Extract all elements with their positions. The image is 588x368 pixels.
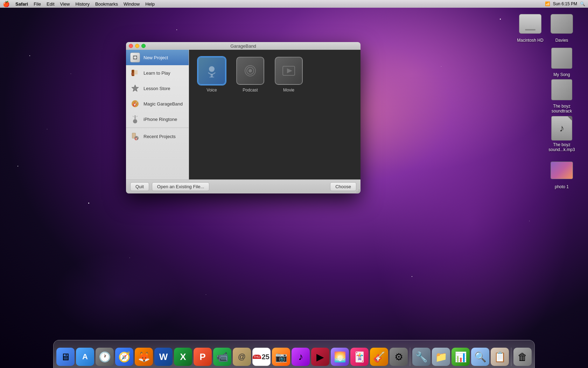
dock-garageband[interactable]: 🎸	[370, 348, 388, 366]
choose-button[interactable]: Choose	[330, 182, 356, 191]
syspref-icon: 🔧	[412, 348, 430, 366]
trash-icon: 🗑	[513, 348, 532, 366]
svg-marker-10	[132, 85, 139, 91]
svg-marker-28	[287, 68, 292, 73]
window-titlebar: GarageBand	[126, 42, 360, 50]
dock-apps[interactable]: 📁	[432, 348, 450, 366]
excel-icon: X	[174, 348, 192, 366]
movie-thumbnail	[275, 57, 303, 85]
sidebar-item-new-project[interactable]: New Project	[126, 50, 189, 65]
project-item-movie[interactable]: Movie	[273, 57, 304, 93]
window-title: GarageBand	[230, 43, 256, 49]
menubar-wifi-icon: 📶	[545, 1, 550, 6]
svg-rect-14	[134, 115, 136, 120]
project-item-voice[interactable]: Voice	[196, 57, 227, 93]
svg-text:🎸: 🎸	[132, 101, 139, 107]
boyz-soundtrack-icon-image	[549, 77, 574, 102]
sidebar-lesson-label: Lesson Store	[144, 86, 170, 91]
svg-point-13	[133, 119, 137, 123]
sidebar-separator	[126, 128, 189, 128]
window-bottom-bar: Quit Open an Existing File... Choose	[126, 179, 360, 193]
dock-syspref[interactable]: 🔧	[412, 348, 430, 366]
hd-icon-image	[518, 11, 543, 36]
dock-misc[interactable]: 📋	[491, 348, 509, 366]
desktop-icon-davies[interactable]: Davies	[546, 11, 578, 43]
desktop-icon-boyz-soundtrack[interactable]: The boyzsoundtrack	[546, 77, 578, 114]
podcast-label: Podcast	[243, 88, 258, 93]
sidebar-item-learn-to-play[interactable]: Learn to Play	[126, 65, 189, 81]
magic-garageband-icon: 🎸	[130, 99, 140, 109]
dock-iphoto2[interactable]: 🌅	[331, 348, 349, 366]
voice-label: Voice	[206, 88, 217, 93]
my-song-icon-image	[549, 46, 574, 71]
project-item-podcast[interactable]: Podcast	[234, 57, 266, 93]
voice-thumbnail	[198, 57, 226, 85]
menu-app[interactable]: Safari	[15, 1, 28, 7]
dock-actmon[interactable]: 📊	[451, 348, 470, 366]
close-button[interactable]	[129, 44, 133, 48]
dock-pages[interactable]: P	[194, 348, 212, 366]
window-resize-handle[interactable]	[356, 189, 360, 193]
dock-safari[interactable]: 🧭	[115, 348, 133, 366]
minimize-button[interactable]	[135, 44, 139, 48]
apple-menu[interactable]: 🍎	[3, 1, 10, 7]
calendar-icon: THU 25	[252, 348, 271, 366]
svg-rect-23	[209, 77, 214, 77]
photo-1-icon-image	[549, 158, 574, 183]
menu-history[interactable]: History	[75, 1, 89, 7]
finder-icon: 🖥	[56, 348, 75, 366]
menu-view[interactable]: View	[60, 1, 70, 7]
dock-facetime[interactable]: 📹	[213, 348, 231, 366]
desktop-icon-my-song[interactable]: My Song	[546, 46, 578, 77]
desktop-icon-photo-1[interactable]: photo 1	[546, 158, 578, 189]
dock-sysutil[interactable]: ⚙	[390, 348, 408, 366]
svg-text:🎸: 🎸	[134, 136, 139, 141]
dock-separator-2	[511, 348, 511, 366]
boyz-mp3-icon-image: ♪	[549, 116, 574, 141]
sidebar-item-recent-projects[interactable]: 🎸 Recent Projects	[126, 129, 189, 144]
sidebar-item-lesson-store[interactable]: Lesson Store	[126, 81, 189, 96]
recent-projects-icon: 🎸	[130, 131, 140, 141]
dock-contacts[interactable]: @	[233, 348, 251, 366]
dock-itunes[interactable]: ♪	[292, 348, 310, 366]
menubar-time: Sun 6:15 PM	[553, 1, 577, 6]
desktop-icon-macintosh-hd[interactable]: Macintosh HD	[514, 11, 546, 43]
dock-finder[interactable]: 🖥	[56, 348, 75, 366]
menu-help[interactable]: Help	[145, 1, 155, 7]
quit-button[interactable]: Quit	[130, 182, 149, 191]
dock-word[interactable]: W	[154, 348, 173, 366]
dock-finder2[interactable]: 🔍	[471, 348, 489, 366]
sidebar-new-project-label: New Project	[144, 55, 168, 60]
menu-file[interactable]: File	[34, 1, 41, 7]
maximize-button[interactable]	[141, 44, 146, 48]
dock-cards[interactable]: 🃏	[350, 348, 369, 366]
dock-appstore[interactable]: A	[76, 348, 94, 366]
window-body: New Project	[126, 50, 360, 179]
safari-icon: 🧭	[115, 348, 133, 366]
svg-line-15	[133, 116, 134, 117]
finder2-icon: 🔍	[471, 348, 489, 366]
movie-label: Movie	[283, 88, 294, 93]
menu-window[interactable]: Window	[124, 1, 140, 7]
cards-icon: 🃏	[350, 348, 369, 366]
dock-calendar[interactable]: THU 25	[252, 348, 271, 366]
dock-separator	[410, 348, 410, 366]
dock-dvd[interactable]: ▶	[311, 348, 329, 366]
menu-edit[interactable]: Edit	[47, 1, 54, 7]
menubar-search-icon[interactable]: 🔍	[580, 1, 585, 6]
dock-excel[interactable]: X	[174, 348, 192, 366]
menu-bookmarks[interactable]: Bookmarks	[95, 1, 118, 7]
sidebar-item-magic-garageband[interactable]: 🎸 Magic GarageBand	[126, 96, 189, 111]
desktop-icon-boyz-mp3[interactable]: ♪ The boyzsound...k.mp3	[546, 116, 578, 152]
lesson-store-icon	[130, 83, 140, 93]
dock-clock[interactable]: 🕐	[96, 348, 114, 366]
sidebar-item-iphone-ringtone[interactable]: iPhone Ringtone	[126, 111, 189, 127]
misc-icon: 📋	[491, 348, 509, 366]
dock-trash[interactable]: 🗑	[513, 348, 532, 366]
open-existing-button[interactable]: Open an Existing File...	[152, 182, 209, 191]
desktop-icon-boyz-soundtrack-label: The boyzsoundtrack	[552, 104, 572, 114]
menubar: 🍎 Safari File Edit View History Bookmark…	[0, 0, 588, 8]
new-project-icon	[130, 53, 140, 62]
dock-iphoto[interactable]: 📷	[272, 348, 290, 366]
dock-firefox[interactable]: 🦊	[135, 348, 153, 366]
